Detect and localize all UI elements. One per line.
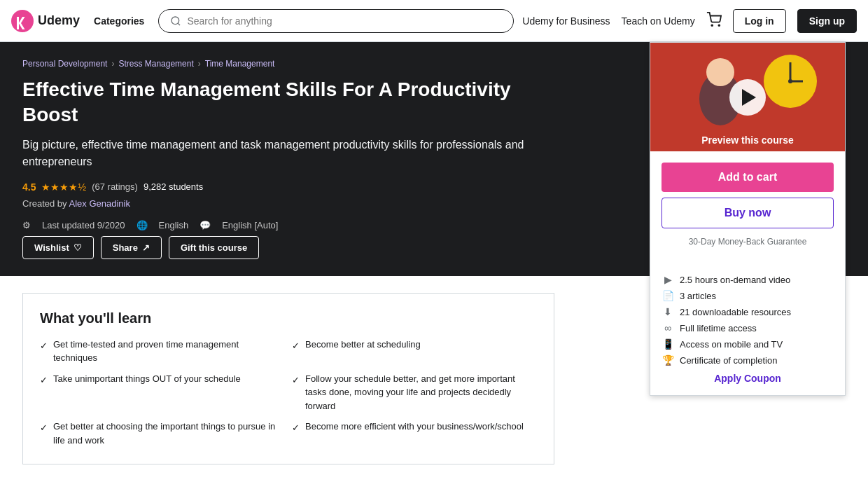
last-updated-icon: ⚙ bbox=[22, 220, 31, 230]
creator-link[interactable]: Alex Genadinik bbox=[69, 198, 130, 209]
hero-section: Personal Development › Stress Management… bbox=[0, 42, 868, 276]
breadcrumb: Personal Development › Stress Management… bbox=[22, 59, 554, 69]
include-text: Full lifetime access bbox=[680, 323, 757, 333]
includes-title: This course includes: bbox=[662, 255, 834, 267]
svg-point-10 bbox=[706, 58, 734, 86]
check-icon: ✓ bbox=[292, 421, 300, 435]
lifetime-icon: ∞ bbox=[662, 322, 674, 333]
includes-list: ▶2.5 hours on-demand video 📄3 articles ⬇… bbox=[662, 274, 834, 366]
rating-count: (67 ratings) bbox=[92, 181, 138, 192]
learn-text: Become better at scheduling bbox=[305, 338, 421, 352]
logo[interactable]: Udemy bbox=[11, 10, 80, 32]
check-icon: ✓ bbox=[40, 421, 48, 435]
udemy-logo-icon bbox=[11, 10, 34, 32]
gift-button[interactable]: Gift this course bbox=[169, 236, 259, 259]
breadcrumb-sep-1: › bbox=[111, 59, 114, 69]
apply-coupon: Apply Coupon bbox=[662, 373, 834, 384]
language: English bbox=[159, 220, 189, 230]
check-icon: ✓ bbox=[292, 339, 300, 353]
breadcrumb-stress[interactable]: Stress Management bbox=[118, 59, 193, 69]
play-button[interactable] bbox=[729, 79, 766, 116]
nav-right: Udemy for Business Teach on Udemy Log in… bbox=[522, 9, 857, 33]
svg-point-2 bbox=[711, 25, 713, 26]
list-item: ∞Full lifetime access bbox=[662, 322, 834, 333]
list-item: ✓ Get better at choosing the important t… bbox=[40, 420, 285, 447]
include-text: 21 downloadable resources bbox=[680, 307, 791, 317]
svg-point-3 bbox=[718, 25, 720, 26]
include-text: Access on mobile and TV bbox=[680, 339, 783, 350]
wishlist-button[interactable]: Wishlist ♡ bbox=[22, 236, 94, 259]
list-item: ⬇21 downloadable resources bbox=[662, 306, 834, 317]
include-text: 2.5 hours on-demand video bbox=[680, 275, 790, 285]
search-icon bbox=[170, 15, 181, 27]
learn-text: Take unimportant things OUT of your sche… bbox=[53, 372, 241, 386]
course-subtitle: Big picture, effective time management a… bbox=[22, 137, 554, 170]
include-text: 3 articles bbox=[680, 291, 716, 301]
learn-text: Get time-tested and proven time manageme… bbox=[53, 338, 285, 365]
share-button[interactable]: Share ↗ bbox=[101, 236, 162, 259]
globe-icon: 🌐 bbox=[136, 220, 148, 230]
course-card: Preview this course Add to cart Buy now … bbox=[650, 42, 846, 396]
include-text: Certificate of completion bbox=[680, 355, 777, 366]
hero-content: Personal Development › Stress Management… bbox=[22, 59, 554, 259]
breadcrumb-time[interactable]: Time Management bbox=[205, 59, 275, 69]
cart-icon[interactable] bbox=[706, 12, 722, 29]
caption-icon: 💬 bbox=[200, 220, 211, 230]
navbar: Udemy Categories Udemy for Business Teac… bbox=[0, 0, 868, 42]
search-input[interactable] bbox=[187, 15, 502, 27]
share-icon: ↗ bbox=[142, 242, 150, 253]
list-item: ✓ Follow your schedule better, and get m… bbox=[292, 372, 537, 413]
breadcrumb-sep-2: › bbox=[198, 59, 201, 69]
list-item: ▶2.5 hours on-demand video bbox=[662, 274, 834, 285]
video-icon: ▶ bbox=[662, 274, 674, 285]
caption: English [Auto] bbox=[222, 220, 278, 230]
star-icons: ★★★★½ bbox=[41, 181, 86, 193]
course-preview[interactable]: Preview this course bbox=[650, 43, 845, 151]
categories-nav[interactable]: Categories bbox=[88, 13, 150, 29]
meta-row: ⚙ Last updated 9/2020 🌐 English 💬 Englis… bbox=[22, 220, 554, 230]
card-body: Add to cart Buy now 30-Day Money-Back Gu… bbox=[650, 151, 845, 395]
list-item: ✓ Take unimportant things OUT of your sc… bbox=[40, 372, 285, 413]
check-icon: ✓ bbox=[40, 373, 48, 387]
buy-now-button[interactable]: Buy now bbox=[662, 198, 834, 228]
share-label: Share bbox=[113, 242, 138, 253]
preview-label: Preview this course bbox=[650, 135, 845, 146]
learn-text: Get better at choosing the important thi… bbox=[53, 420, 285, 447]
rating-row: 4.5 ★★★★½ (67 ratings) 9,282 students bbox=[22, 181, 554, 193]
certificate-icon: 🏆 bbox=[662, 354, 674, 366]
list-item: 📱Access on mobile and TV bbox=[662, 338, 834, 350]
play-triangle-icon bbox=[742, 89, 756, 106]
action-buttons: Wishlist ♡ Share ↗ Gift this course bbox=[22, 236, 554, 259]
check-icon: ✓ bbox=[292, 373, 300, 387]
search-bar bbox=[158, 9, 514, 33]
learn-grid: ✓ Get time-tested and proven time manage… bbox=[40, 338, 537, 448]
list-item: ✓ Become more efficient with your busine… bbox=[292, 420, 537, 447]
svg-point-8 bbox=[788, 79, 792, 83]
learn-box: What you'll learn ✓ Get time-tested and … bbox=[22, 293, 554, 465]
download-icon: ⬇ bbox=[662, 306, 674, 317]
list-item: ✓ Become better at scheduling bbox=[292, 338, 537, 365]
apply-coupon-link[interactable]: Apply Coupon bbox=[714, 373, 781, 384]
content-left: What you'll learn ✓ Get time-tested and … bbox=[22, 293, 554, 482]
mobile-icon: 📱 bbox=[662, 338, 674, 350]
learn-text: Become more efficient with your business… bbox=[305, 420, 524, 434]
learn-title: What you'll learn bbox=[40, 310, 537, 326]
heart-icon: ♡ bbox=[74, 242, 82, 253]
rating-number: 4.5 bbox=[22, 181, 36, 193]
logo-text: Udemy bbox=[38, 13, 80, 28]
creator-label: Created by bbox=[22, 198, 67, 209]
breadcrumb-personal[interactable]: Personal Development bbox=[22, 59, 107, 69]
article-icon: 📄 bbox=[662, 290, 674, 301]
svg-line-1 bbox=[178, 23, 180, 25]
login-button[interactable]: Log in bbox=[733, 9, 786, 33]
student-count: 9,282 students bbox=[144, 181, 203, 192]
learn-text: Follow your schedule better, and get mor… bbox=[305, 372, 537, 413]
teach-link[interactable]: Teach on Udemy bbox=[622, 15, 695, 27]
svg-point-0 bbox=[172, 17, 179, 25]
wishlist-label: Wishlist bbox=[34, 242, 69, 253]
guarantee-text: 30-Day Money-Back Guarantee bbox=[662, 237, 834, 247]
list-item: ✓ Get time-tested and proven time manage… bbox=[40, 338, 285, 365]
add-to-cart-button[interactable]: Add to cart bbox=[662, 163, 834, 192]
business-link[interactable]: Udemy for Business bbox=[522, 15, 610, 27]
signup-button[interactable]: Sign up bbox=[797, 9, 857, 33]
